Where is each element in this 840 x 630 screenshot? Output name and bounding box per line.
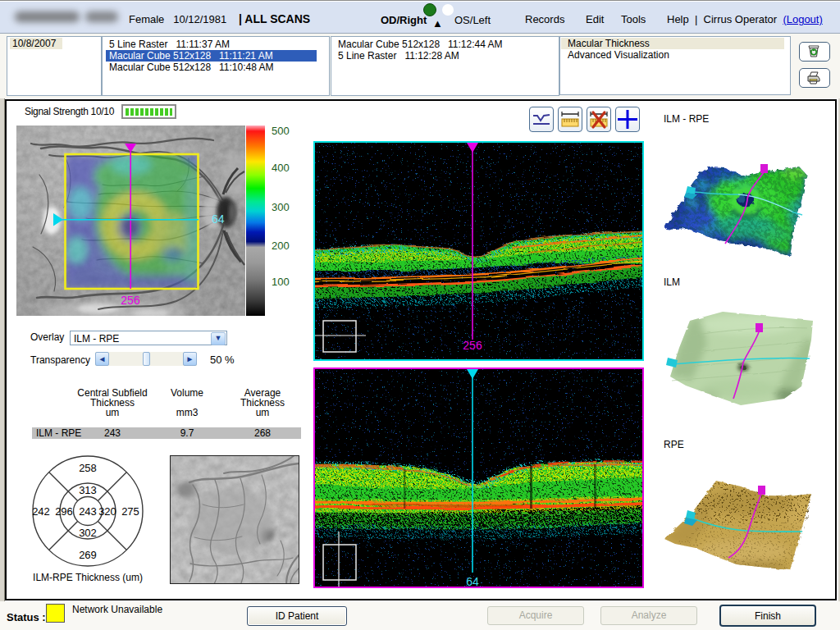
svg-text:64: 64 [212,212,225,226]
svg-text:243: 243 [79,505,97,518]
svg-text:242: 242 [32,505,50,518]
svg-text:275: 275 [121,505,139,518]
svg-text:302: 302 [79,527,97,539]
svg-text:313: 313 [79,484,97,496]
svg-text:296: 296 [55,505,73,518]
svg-text:258: 258 [79,462,97,474]
svg-text:320: 320 [98,505,116,518]
svg-text:256: 256 [121,294,140,307]
svg-text:269: 269 [79,549,97,561]
svg-text:256: 256 [463,339,482,352]
svg-text:64: 64 [466,575,479,587]
